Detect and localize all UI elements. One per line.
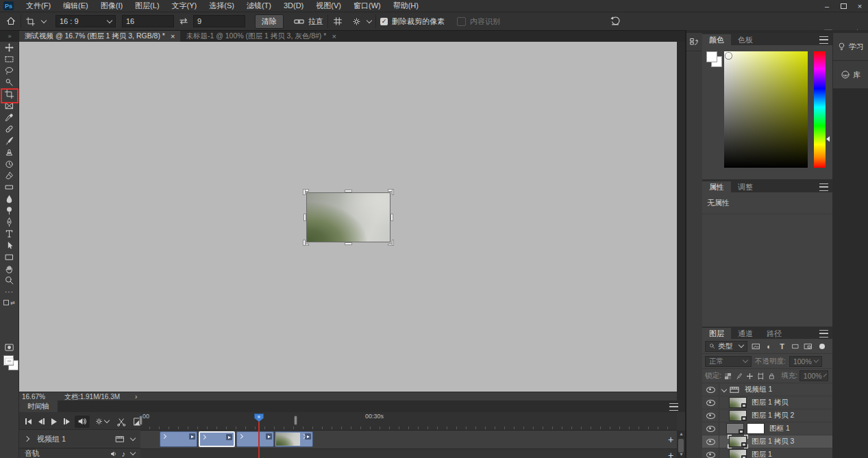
video-clip-2-selected[interactable] [199, 431, 235, 447]
quick-mask-mode-button[interactable] [0, 342, 18, 353]
crop-handle-top[interactable] [345, 190, 352, 192]
video-group-track-label[interactable]: 视频组 1 [19, 430, 140, 448]
filter-type-layers-icon[interactable]: T [778, 342, 786, 351]
menu-help[interactable]: 帮助(H) [387, 0, 425, 12]
fill-value[interactable]: 100% [799, 370, 828, 381]
clip-expand-icon[interactable] [201, 435, 206, 440]
filter-pixel-layers-icon[interactable] [752, 342, 760, 351]
pen-tool[interactable] [0, 216, 18, 228]
minimize-button[interactable]: – [819, 0, 835, 12]
add-media-to-video-track-button[interactable]: + [665, 434, 676, 445]
tab-close-icon[interactable]: × [332, 32, 336, 40]
tab-layers[interactable]: 图层 [702, 328, 731, 339]
blur-tool[interactable] [0, 193, 18, 205]
close-button[interactable]: × [852, 0, 868, 12]
color-picker-ring[interactable] [726, 53, 732, 59]
tab-properties[interactable]: 属性 [702, 181, 731, 192]
content-aware-checkbox[interactable]: 内容识别 [457, 16, 500, 27]
layer-row-frame[interactable]: 图框 1 [702, 422, 832, 435]
type-tool[interactable] [0, 228, 18, 240]
crop-width-input[interactable]: 16 [122, 15, 174, 27]
split-clip-scissors-icon[interactable] [114, 416, 128, 428]
menu-3d[interactable]: 3D(D) [277, 0, 310, 12]
gradient-tool[interactable] [0, 181, 18, 193]
visibility-toggle[interactable] [702, 435, 719, 448]
crop-overlay-grid-icon[interactable] [332, 16, 343, 27]
scroll-down-icon[interactable]: ▼ [679, 453, 683, 457]
layer-row[interactable]: 图层 1 拷贝 2 [702, 409, 832, 422]
rectangle-tool[interactable] [0, 251, 18, 263]
layer-row[interactable]: 图层 1 [702, 448, 832, 458]
add-audio-button[interactable]: + [665, 450, 676, 458]
path-selection-tool[interactable] [0, 240, 18, 251]
crop-handle-right[interactable] [390, 214, 393, 221]
status-expand-icon[interactable]: › [135, 393, 137, 400]
work-area-end-handle[interactable] [294, 416, 297, 425]
move-tool[interactable] [0, 42, 18, 53]
layer-thumbnail[interactable] [729, 410, 747, 421]
brush-tool[interactable] [0, 135, 18, 147]
visibility-toggle[interactable] [702, 396, 719, 409]
clip-expand-icon[interactable] [238, 434, 243, 439]
delete-cropped-pixels-checkbox[interactable]: ✓ 删除裁剪的像素 [380, 16, 445, 27]
video-clip-4[interactable] [275, 431, 313, 447]
visibility-toggle[interactable] [702, 383, 719, 396]
timeline-ruler[interactable]: 00 00:30s [140, 412, 677, 431]
tab-channels[interactable]: 通道 [731, 328, 760, 339]
previous-frame-button[interactable] [36, 416, 47, 428]
reset-tool-icon[interactable] [610, 16, 621, 27]
crop-handle-bottom-left[interactable] [303, 240, 309, 246]
crop-handle-bottom-right[interactable] [388, 240, 394, 246]
history-panel-icon[interactable] [686, 33, 702, 51]
saturation-brightness-field[interactable] [724, 51, 808, 168]
panel-menu-icon[interactable] [819, 330, 828, 338]
timeline-settings-gear-icon[interactable] [92, 416, 111, 428]
history-brush-tool[interactable] [0, 158, 18, 170]
blend-mode-select[interactable]: 正常 [705, 356, 752, 367]
menu-window[interactable]: 窗口(W) [347, 0, 387, 12]
foreground-color-swatch[interactable] [706, 51, 717, 62]
lock-all-icon[interactable] [767, 372, 776, 381]
lock-position-icon[interactable] [745, 372, 754, 381]
clip-expand-icon[interactable] [162, 434, 166, 439]
audio-track-label[interactable]: 音轨 ♪ [19, 449, 140, 458]
zoom-level-value[interactable]: 16.67% [22, 393, 45, 400]
audio-menu[interactable]: ♪ [122, 450, 136, 458]
zoom-tool[interactable] [0, 275, 18, 286]
filter-toggle-icon[interactable] [819, 344, 825, 349]
eraser-tool[interactable] [0, 170, 18, 181]
eyedropper-tool[interactable] [0, 112, 18, 123]
panel-menu-icon[interactable] [669, 403, 678, 411]
filter-adjustment-layers-icon[interactable]: ◐ [765, 342, 773, 351]
lasso-tool[interactable] [0, 65, 18, 77]
photoshop-app-icon[interactable]: Ps [3, 1, 14, 10]
scrollbar-thumb[interactable] [678, 439, 684, 453]
rectangular-marquee-tool[interactable] [0, 53, 18, 65]
tab-adjustments[interactable]: 调整 [731, 181, 760, 192]
layer-filter-kind-select[interactable]: 类型 [705, 341, 747, 352]
speaker-icon[interactable] [110, 450, 118, 457]
document-tab-inactive[interactable]: 未标题-1 @ 100% (图层 1 拷贝 3, 灰色/8#) * × [180, 31, 341, 42]
video-clip-1[interactable] [160, 431, 197, 447]
crop-settings-gear-icon[interactable] [351, 16, 371, 27]
menu-type[interactable]: 文字(Y) [166, 0, 203, 12]
home-icon[interactable] [5, 16, 16, 27]
lock-transparency-icon[interactable] [723, 372, 732, 381]
crop-height-input[interactable]: 9 [193, 15, 245, 27]
hand-tool[interactable] [0, 263, 18, 275]
mute-audio-button[interactable] [75, 416, 90, 428]
tab-swatches[interactable]: 色板 [731, 34, 760, 45]
play-button[interactable] [49, 416, 59, 428]
layer-row-selected[interactable]: 图层 1 拷贝 3 [702, 435, 832, 448]
crop-tool-preset-icon[interactable] [25, 16, 46, 27]
restore-button[interactable] [835, 0, 852, 12]
menu-image[interactable]: 图像(I) [95, 0, 129, 12]
visibility-toggle[interactable] [702, 448, 719, 458]
learn-panel-button[interactable]: 学习 [833, 33, 868, 60]
panel-menu-icon[interactable] [819, 36, 828, 44]
lock-image-brush-icon[interactable] [734, 372, 743, 381]
straighten-button[interactable]: 拉直 [293, 16, 323, 27]
visibility-toggle[interactable] [702, 422, 719, 435]
spot-healing-brush-tool[interactable] [0, 123, 18, 135]
menu-layer[interactable]: 图层(L) [129, 0, 165, 12]
